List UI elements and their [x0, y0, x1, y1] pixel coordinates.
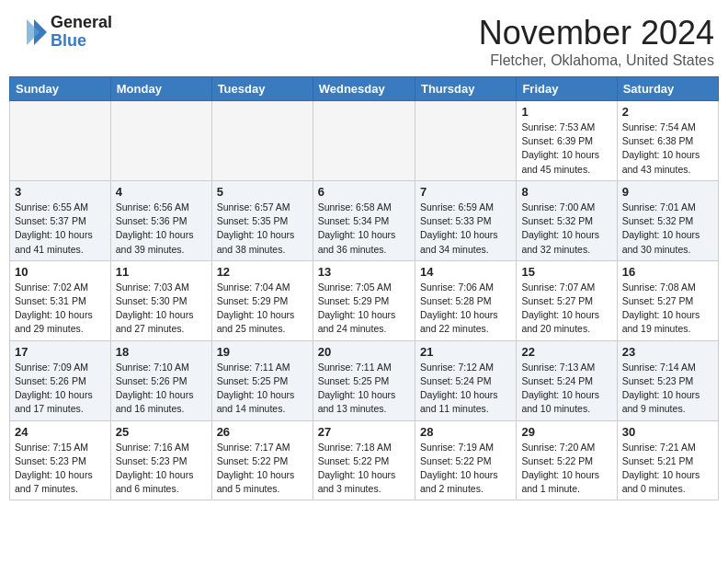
day-info: Sunrise: 7:00 AM Sunset: 5:32 PM Dayligh…: [521, 201, 611, 257]
calendar-cell: 29Sunrise: 7:20 AM Sunset: 5:22 PM Dayli…: [517, 420, 617, 500]
day-number: 11: [116, 265, 207, 279]
calendar-week-row: 24Sunrise: 7:15 AM Sunset: 5:23 PM Dayli…: [10, 420, 719, 500]
calendar-cell: 22Sunrise: 7:13 AM Sunset: 5:24 PM Dayli…: [517, 340, 617, 420]
calendar-cell: 16Sunrise: 7:08 AM Sunset: 5:27 PM Dayli…: [617, 260, 718, 340]
day-number: 19: [217, 345, 308, 359]
day-number: 26: [217, 425, 308, 439]
day-number: 12: [217, 265, 308, 279]
calendar-cell: 19Sunrise: 7:11 AM Sunset: 5:25 PM Dayli…: [211, 340, 313, 420]
day-info: Sunrise: 7:07 AM Sunset: 5:27 PM Dayligh…: [521, 281, 611, 337]
day-info: Sunrise: 7:19 AM Sunset: 5:22 PM Dayligh…: [420, 441, 511, 497]
day-info: Sunrise: 6:57 AM Sunset: 5:35 PM Dayligh…: [217, 201, 308, 257]
day-number: 29: [521, 425, 611, 439]
day-number: 13: [318, 265, 410, 279]
day-number: 16: [622, 265, 713, 279]
day-number: 27: [318, 425, 410, 439]
day-info: Sunrise: 7:11 AM Sunset: 5:25 PM Dayligh…: [217, 361, 308, 417]
calendar-cell: [313, 101, 415, 181]
day-number: 18: [116, 345, 207, 359]
day-info: Sunrise: 7:17 AM Sunset: 5:22 PM Dayligh…: [217, 441, 308, 497]
day-info: Sunrise: 7:18 AM Sunset: 5:22 PM Dayligh…: [318, 441, 410, 497]
month-title: November 2024: [479, 14, 714, 52]
day-number: 23: [622, 345, 713, 359]
calendar-week-row: 10Sunrise: 7:02 AM Sunset: 5:31 PM Dayli…: [10, 260, 719, 340]
calendar-cell: 2Sunrise: 7:54 AM Sunset: 6:38 PM Daylig…: [617, 101, 718, 181]
day-number: 5: [217, 185, 308, 199]
day-info: Sunrise: 7:06 AM Sunset: 5:28 PM Dayligh…: [420, 281, 511, 337]
weekday-header: Monday: [110, 77, 211, 101]
day-number: 25: [116, 425, 207, 439]
day-info: Sunrise: 6:58 AM Sunset: 5:34 PM Dayligh…: [318, 201, 410, 257]
day-number: 4: [116, 185, 207, 199]
day-info: Sunrise: 7:10 AM Sunset: 5:26 PM Dayligh…: [116, 361, 207, 417]
calendar-cell: [211, 101, 313, 181]
day-number: 21: [420, 345, 511, 359]
calendar-cell: 11Sunrise: 7:03 AM Sunset: 5:30 PM Dayli…: [110, 260, 211, 340]
calendar-cell: 12Sunrise: 7:04 AM Sunset: 5:29 PM Dayli…: [211, 260, 313, 340]
day-number: 30: [622, 425, 713, 439]
day-info: Sunrise: 7:01 AM Sunset: 5:32 PM Dayligh…: [622, 201, 713, 257]
day-number: 14: [420, 265, 511, 279]
calendar-cell: 13Sunrise: 7:05 AM Sunset: 5:29 PM Dayli…: [313, 260, 415, 340]
logo-blue-text: Blue: [51, 32, 112, 51]
calendar-week-row: 17Sunrise: 7:09 AM Sunset: 5:26 PM Dayli…: [10, 340, 719, 420]
day-info: Sunrise: 6:55 AM Sunset: 5:37 PM Dayligh…: [15, 201, 106, 257]
calendar-cell: 8Sunrise: 7:00 AM Sunset: 5:32 PM Daylig…: [517, 180, 617, 260]
calendar-cell: 3Sunrise: 6:55 AM Sunset: 5:37 PM Daylig…: [10, 180, 111, 260]
day-info: Sunrise: 7:13 AM Sunset: 5:24 PM Dayligh…: [521, 361, 611, 417]
day-number: 24: [15, 425, 106, 439]
day-info: Sunrise: 7:08 AM Sunset: 5:27 PM Dayligh…: [622, 281, 713, 337]
day-info: Sunrise: 7:12 AM Sunset: 5:24 PM Dayligh…: [420, 361, 511, 417]
calendar-cell: [10, 101, 111, 181]
day-number: 7: [420, 185, 511, 199]
calendar-week-row: 1Sunrise: 7:53 AM Sunset: 6:39 PM Daylig…: [10, 101, 719, 181]
day-info: Sunrise: 6:59 AM Sunset: 5:33 PM Dayligh…: [420, 201, 511, 257]
weekday-header: Tuesday: [211, 77, 313, 101]
day-info: Sunrise: 6:56 AM Sunset: 5:36 PM Dayligh…: [116, 201, 207, 257]
day-info: Sunrise: 7:11 AM Sunset: 5:25 PM Dayligh…: [318, 361, 410, 417]
day-number: 20: [318, 345, 410, 359]
calendar-cell: 4Sunrise: 6:56 AM Sunset: 5:36 PM Daylig…: [110, 180, 211, 260]
day-info: Sunrise: 7:53 AM Sunset: 6:39 PM Dayligh…: [521, 121, 611, 177]
day-info: Sunrise: 7:15 AM Sunset: 5:23 PM Dayligh…: [15, 441, 106, 497]
page-header: General Blue November 2024 Fletcher, Okl…: [9, 9, 719, 69]
weekday-header: Thursday: [415, 77, 516, 101]
logo-icon: [14, 16, 47, 49]
calendar-cell: 24Sunrise: 7:15 AM Sunset: 5:23 PM Dayli…: [10, 420, 111, 500]
calendar-cell: 1Sunrise: 7:53 AM Sunset: 6:39 PM Daylig…: [517, 101, 617, 181]
day-info: Sunrise: 7:16 AM Sunset: 5:23 PM Dayligh…: [116, 441, 207, 497]
day-info: Sunrise: 7:21 AM Sunset: 5:21 PM Dayligh…: [622, 441, 713, 497]
day-number: 28: [420, 425, 511, 439]
calendar-cell: 15Sunrise: 7:07 AM Sunset: 5:27 PM Dayli…: [517, 260, 617, 340]
calendar-week-row: 3Sunrise: 6:55 AM Sunset: 5:37 PM Daylig…: [10, 180, 719, 260]
weekday-header: Saturday: [617, 77, 718, 101]
logo-general: General: [51, 14, 112, 32]
calendar-cell: 7Sunrise: 6:59 AM Sunset: 5:33 PM Daylig…: [415, 180, 516, 260]
calendar-header-row: SundayMondayTuesdayWednesdayThursdayFrid…: [10, 77, 719, 101]
day-number: 10: [15, 265, 106, 279]
day-info: Sunrise: 7:14 AM Sunset: 5:23 PM Dayligh…: [622, 361, 713, 417]
weekday-header: Sunday: [10, 77, 111, 101]
location-title: Fletcher, Oklahoma, United States: [479, 52, 714, 69]
day-number: 2: [622, 105, 713, 119]
day-info: Sunrise: 7:05 AM Sunset: 5:29 PM Dayligh…: [318, 281, 410, 337]
day-number: 22: [521, 345, 611, 359]
day-info: Sunrise: 7:09 AM Sunset: 5:26 PM Dayligh…: [15, 361, 106, 417]
day-number: 9: [622, 185, 713, 199]
title-block: November 2024 Fletcher, Oklahoma, United…: [479, 14, 714, 69]
weekday-header: Friday: [517, 77, 617, 101]
calendar-cell: 26Sunrise: 7:17 AM Sunset: 5:22 PM Dayli…: [211, 420, 313, 500]
calendar-cell: 20Sunrise: 7:11 AM Sunset: 5:25 PM Dayli…: [313, 340, 415, 420]
day-number: 3: [15, 185, 106, 199]
day-number: 6: [318, 185, 410, 199]
calendar-cell: [415, 101, 516, 181]
day-info: Sunrise: 7:20 AM Sunset: 5:22 PM Dayligh…: [521, 441, 611, 497]
calendar-cell: 17Sunrise: 7:09 AM Sunset: 5:26 PM Dayli…: [10, 340, 111, 420]
day-number: 8: [521, 185, 611, 199]
day-info: Sunrise: 7:04 AM Sunset: 5:29 PM Dayligh…: [217, 281, 308, 337]
day-info: Sunrise: 7:54 AM Sunset: 6:38 PM Dayligh…: [622, 121, 713, 177]
day-number: 1: [521, 105, 611, 119]
calendar-cell: 28Sunrise: 7:19 AM Sunset: 5:22 PM Dayli…: [415, 420, 516, 500]
calendar-cell: 5Sunrise: 6:57 AM Sunset: 5:35 PM Daylig…: [211, 180, 313, 260]
day-number: 15: [521, 265, 611, 279]
